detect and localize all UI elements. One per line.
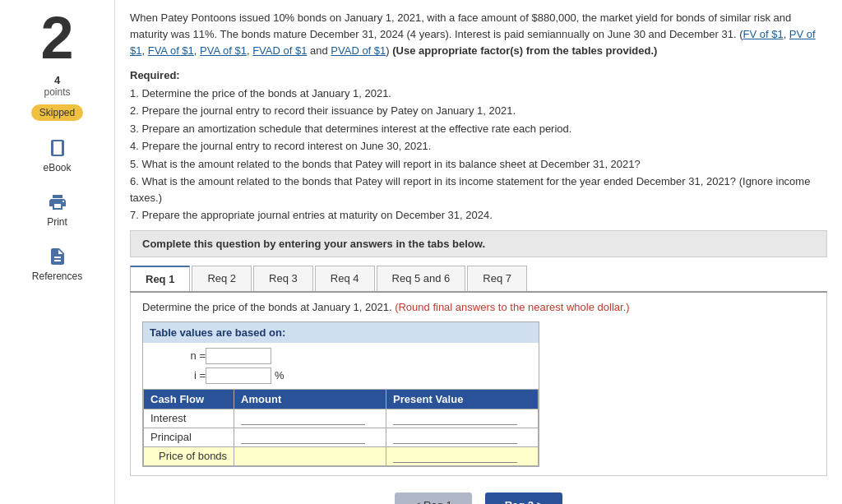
n-row: n =: [150, 346, 532, 366]
complete-banner: Complete this question by entering your …: [130, 230, 827, 257]
main-content: When Patey Pontoons issued 10% bonds on …: [115, 0, 842, 504]
interest-pv-input[interactable]: [393, 412, 517, 425]
references-icon: [45, 244, 70, 269]
required-item-6: 6. What is the amount related to the bon…: [130, 173, 827, 206]
link-fva[interactable]: FVA of $1: [148, 44, 194, 57]
col-pv: Present Value: [386, 389, 539, 409]
row-principal-amount[interactable]: [234, 428, 386, 446]
row-interest-amount[interactable]: [234, 409, 386, 428]
principal-amount-input[interactable]: [241, 431, 365, 444]
nav-buttons: < Req 1 Req 2 >: [130, 492, 827, 504]
link-fvad[interactable]: FVAD of $1: [252, 44, 307, 57]
row-principal-pv[interactable]: [386, 428, 539, 446]
sidebar-item-ebook[interactable]: eBook: [43, 136, 71, 173]
row-price-amount: [234, 446, 386, 465]
prev-button[interactable]: < Req 1: [395, 492, 472, 504]
sidebar-item-print[interactable]: Print: [45, 190, 70, 228]
tab-req3[interactable]: Req 3: [253, 266, 313, 291]
i-label: i =: [156, 369, 206, 381]
link-pva[interactable]: PVA of $1: [200, 44, 247, 57]
n-input[interactable]: [206, 348, 271, 364]
table-row: Interest: [144, 409, 539, 428]
principal-pv-input[interactable]: [393, 431, 517, 444]
question-area: Determine the price of the bonds at Janu…: [130, 293, 827, 476]
question-number: 2: [40, 8, 73, 67]
question-prompt-sub: (Round final answers to the nearest whol…: [395, 301, 629, 313]
sidebar: 2 4 points Skipped eBook Print Reference…: [0, 0, 115, 504]
required-item-7: 7. Prepare the appropriate journal entri…: [130, 207, 827, 224]
tab-req4[interactable]: Req 4: [315, 266, 375, 291]
col-cashflow: Cash Flow: [144, 389, 234, 409]
question-prompt: Determine the price of the bonds at Janu…: [142, 301, 815, 313]
next-button[interactable]: Req 2 >: [485, 492, 563, 504]
required-section: Required: 1. Determine the price of the …: [130, 67, 827, 224]
table-container: Table values are based on: n = i = %: [142, 321, 539, 467]
col-amount: Amount: [234, 389, 386, 409]
tab-req7[interactable]: Req 7: [467, 266, 527, 291]
tab-req5and6[interactable]: Req 5 and 6: [377, 266, 466, 291]
i-row: i = %: [150, 366, 532, 386]
link-pvad[interactable]: PVAD of $1: [331, 44, 386, 57]
row-interest-pv[interactable]: [386, 409, 539, 428]
required-item-3: 3. Prepare an amortization schedule that…: [130, 121, 827, 137]
table-row-price: Price of bonds: [144, 446, 539, 465]
table-row: Principal: [144, 428, 539, 446]
cashflow-table: Cash Flow Amount Present Value Interest: [143, 389, 539, 466]
ebook-icon: [45, 136, 70, 160]
problem-text: When Patey Pontoons issued 10% bonds on …: [130, 10, 827, 59]
row-price-label: Price of bonds: [144, 446, 234, 465]
interest-amount-input[interactable]: [241, 412, 365, 425]
row-interest-label: Interest: [144, 409, 234, 428]
tabs-row: Req 1 Req 2 Req 3 Req 4 Req 5 and 6 Req …: [130, 266, 827, 293]
tab-req2[interactable]: Req 2: [192, 266, 252, 291]
points-label: points: [44, 86, 70, 98]
print-icon: [45, 190, 70, 215]
tab-req1[interactable]: Req 1: [130, 266, 190, 291]
skipped-badge: Skipped: [31, 104, 83, 121]
required-item-4: 4. Prepare the journal entry to record i…: [130, 138, 827, 155]
i-input[interactable]: [206, 368, 271, 384]
row-price-pv[interactable]: [386, 446, 539, 465]
link-fv[interactable]: FV of $1: [743, 28, 783, 40]
pct-symbol: %: [275, 369, 285, 381]
required-item-5: 5. What is the amount related to the bon…: [130, 156, 827, 173]
required-heading: Required:: [130, 67, 827, 84]
required-item-2: 2. Prepare the journal entry to record t…: [130, 103, 827, 119]
n-label: n =: [156, 349, 206, 362]
ebook-label: eBook: [43, 162, 71, 173]
row-principal-label: Principal: [144, 428, 234, 446]
price-pv-input[interactable]: [393, 450, 517, 463]
sidebar-item-references[interactable]: References: [32, 244, 82, 282]
required-item-1: 1. Determine the price of the bonds at J…: [130, 86, 827, 102]
use-tables-text: (Use appropriate factor(s) from the tabl…: [392, 44, 657, 57]
table-title: Table values are based on:: [143, 322, 539, 343]
print-label: Print: [47, 216, 67, 228]
points-value: 4: [54, 74, 60, 86]
references-label: References: [32, 270, 82, 282]
